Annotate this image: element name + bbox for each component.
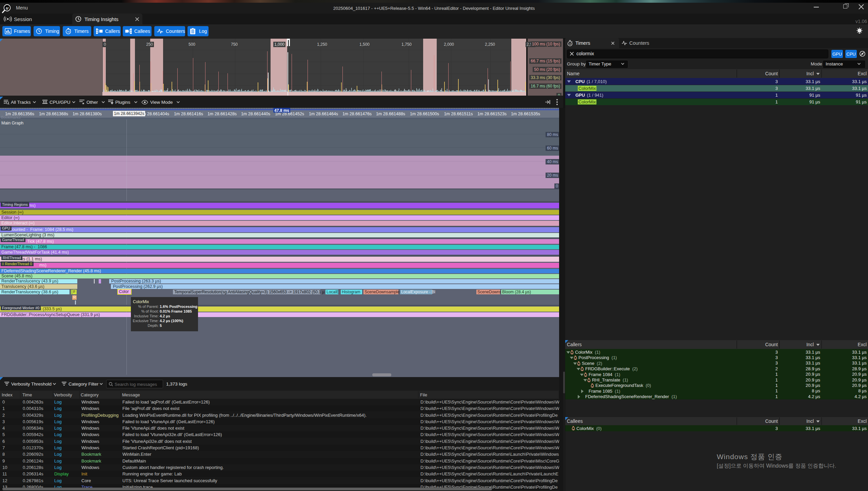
svg-text::00: :00 bbox=[67, 31, 70, 33]
svg-text::00: :00 bbox=[569, 43, 571, 45]
